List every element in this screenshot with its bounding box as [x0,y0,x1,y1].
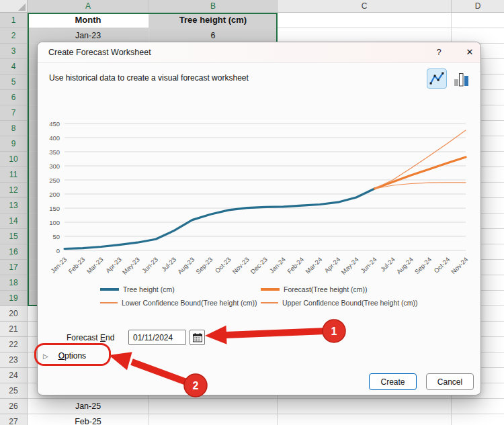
x-tick-label: Aug-24 [395,256,415,275]
x-tick-label: May-24 [339,256,360,276]
cell-D27[interactable] [452,414,504,425]
y-tick-label: 50 [52,233,60,240]
row-header-6[interactable]: 6 [0,90,28,105]
row-header-20[interactable]: 20 [0,306,28,322]
row-header-7[interactable]: 7 [0,105,28,121]
row-header-8[interactable]: 8 [0,121,28,136]
cell-D1[interactable] [452,13,504,28]
row-header-16[interactable]: 16 [0,244,28,260]
row-header-3[interactable]: 3 [0,44,28,59]
cell-C27[interactable] [278,414,452,425]
x-tick-label: Jan-23 [49,256,68,275]
y-tick-label: 400 [49,134,60,142]
row-header-12[interactable]: 12 [0,183,28,198]
row-header-23[interactable]: 23 [0,352,28,368]
bar-chart-icon [452,70,470,87]
row-header-14[interactable]: 14 [0,214,28,229]
cell-C1[interactable] [278,13,452,28]
legend-label: Forecast(Tree height (cm)) [284,285,367,293]
x-tick-label: Jun-24 [359,256,378,275]
cancel-button[interactable]: Cancel [426,373,474,390]
chart-legend: Tree height (cm)Forecast(Tree height (cm… [100,285,418,307]
column-header-a[interactable]: A [28,0,149,13]
options-expander[interactable]: ▷ Options [43,348,86,363]
row-header-1[interactable]: 1 [0,13,28,28]
help-icon[interactable]: ? [430,44,448,60]
y-tick-label: 100 [49,219,60,226]
legend-label: Tree height (cm) [123,285,175,293]
row-header-22[interactable]: 22 [0,337,28,352]
x-tick-label: Apr-23 [104,256,123,275]
x-tick-label: Aug-23 [176,256,196,275]
row-header-27[interactable]: 27 [0,414,28,425]
line-chart-type-button[interactable] [427,68,447,89]
row-header-25[interactable]: 25 [0,383,28,399]
expander-chevron-icon: ▷ [43,352,48,360]
row-header-17[interactable]: 17 [0,260,28,275]
column-header-b[interactable]: B [149,0,278,13]
y-tick-label: 200 [49,191,60,198]
x-tick-label: Jul-24 [379,256,396,273]
x-tick-label: Sep-23 [194,256,214,275]
row-header-18[interactable]: 18 [0,275,28,291]
row-header-2[interactable]: 2 [0,28,28,44]
cell-B27[interactable] [149,414,278,425]
cell-D26[interactable] [452,399,504,414]
instruction-text: Use historical data to create a visual f… [49,73,249,83]
x-tick-label: Dec-23 [249,256,268,275]
row-header-11[interactable]: 11 [0,167,28,183]
cell-B1[interactable]: Tree height (cm) [149,13,278,28]
cell-A1[interactable]: Month [28,13,149,28]
row-header-19[interactable]: 19 [0,291,28,306]
x-tick-label: Jul-23 [160,256,177,273]
row-header-15[interactable]: 15 [0,229,28,244]
row-header-24[interactable]: 24 [0,368,28,383]
y-tick-label: 150 [49,205,60,212]
row-header-9[interactable]: 9 [0,136,28,152]
column-header-c[interactable]: C [278,0,452,13]
y-tick-label: 350 [49,148,60,156]
cell-A26[interactable]: Jan-25 [28,399,149,414]
y-tick-label: 250 [49,177,60,184]
legend-item: Upper Confidence Bound(Tree height (cm)) [261,299,418,307]
options-label: Options [58,351,86,361]
dialog-title: Create Forecast Worksheet [48,42,151,62]
cell-C26[interactable] [278,399,452,414]
cell-B26[interactable] [149,399,278,414]
options-label-accel: O [58,351,65,361]
dialog-titlebar: Create Forecast Worksheet ? ✕ [38,42,480,63]
legend-swatch [100,302,118,303]
x-tick-label: Sep-24 [413,256,433,275]
legend-item: Lower Confidence Bound(Tree height (cm)) [100,299,261,307]
series-history [65,189,374,249]
close-icon[interactable]: ✕ [461,44,478,60]
row-header-4[interactable]: 4 [0,59,28,75]
date-picker-button[interactable] [190,330,205,345]
forecast-end-input[interactable] [128,330,186,345]
forecast-end-label-accel: E [100,333,106,342]
legend-swatch [261,302,278,303]
y-tick-label: 450 [49,120,60,128]
forecast-end-label-rest: nd [106,333,114,342]
row-header-5[interactable]: 5 [0,75,28,90]
row-header-13[interactable]: 13 [0,198,28,214]
cell-A27[interactable]: Feb-25 [28,414,149,425]
options-label-rest: ptions [65,351,86,361]
legend-label: Lower Confidence Bound(Tree height (cm)) [122,299,257,307]
x-tick-label: Mar-23 [85,256,105,275]
calendar-icon [192,332,203,343]
x-tick-label: Feb-23 [67,256,86,275]
select-all-button[interactable] [0,0,28,13]
bar-chart-type-button[interactable] [451,68,471,89]
x-tick-label: Jun-23 [140,256,159,275]
row-header-26[interactable]: 26 [0,399,28,414]
row-header-10[interactable]: 10 [0,152,28,167]
x-tick-label: Nov-24 [450,256,469,275]
column-header-d[interactable]: D [452,0,504,13]
legend-item: Forecast(Tree height (cm)) [261,285,418,293]
create-button[interactable]: Create [369,373,417,390]
x-tick-label: May-23 [121,256,141,276]
line-chart-icon [428,70,446,87]
row-header-21[interactable]: 21 [0,322,28,337]
x-tick-label: Apr-24 [323,256,341,275]
